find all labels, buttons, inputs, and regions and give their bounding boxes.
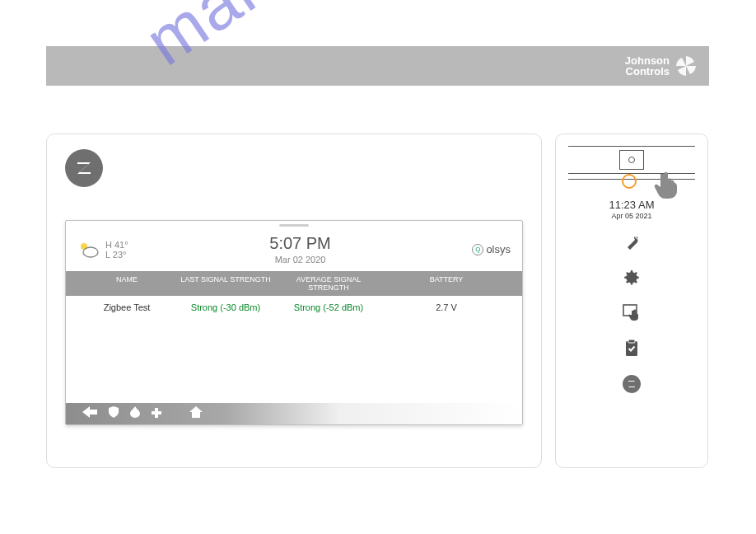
touch-hint bbox=[568, 177, 695, 194]
side-time: 11:23 AM bbox=[609, 199, 655, 211]
camera-icon bbox=[619, 150, 644, 170]
right-panel: 11:23 AM Apr 05 2021 bbox=[555, 134, 708, 468]
table-header: NAME LAST SIGNAL STRENGTH AVERAGE SIGNAL… bbox=[66, 271, 522, 296]
svg-rect-4 bbox=[628, 340, 635, 343]
zigbee-small-icon[interactable] bbox=[623, 375, 641, 393]
brand-line2: Controls bbox=[625, 66, 670, 77]
time-block: 5:07 PM Mar 02 2020 bbox=[269, 234, 330, 265]
zigbee-icon bbox=[65, 149, 103, 187]
wrench-icon[interactable] bbox=[623, 235, 640, 255]
highlight-ring-icon bbox=[622, 174, 637, 189]
home-icon[interactable] bbox=[189, 406, 203, 421]
side-icon-list bbox=[623, 235, 641, 393]
weather-icon bbox=[77, 240, 100, 260]
svg-point-1 bbox=[83, 247, 98, 257]
weather-low: L 23° bbox=[105, 250, 128, 260]
col-average: AVERAGE SIGNAL STRENGTH bbox=[275, 275, 382, 292]
clock-date: Mar 02 2020 bbox=[269, 255, 330, 265]
row-average: Strong (-52 dBm) bbox=[275, 302, 382, 312]
row-name: Zigbee Test bbox=[77, 302, 176, 312]
left-panel: H 41° L 23° 5:07 PM Mar 02 2020 Q olsys … bbox=[46, 134, 542, 468]
clipboard-check-icon[interactable] bbox=[624, 339, 639, 360]
row-battery: 2.7 V bbox=[382, 302, 511, 312]
panel-touch-icon[interactable] bbox=[623, 304, 641, 324]
col-battery: BATTERY bbox=[382, 275, 511, 292]
bottom-nav-bar bbox=[66, 403, 522, 424]
col-last: LAST SIGNAL STRENGTH bbox=[176, 275, 275, 292]
back-arrow-icon[interactable] bbox=[82, 406, 97, 421]
johnson-controls-logo: Johnson Controls bbox=[625, 54, 698, 77]
clock-time: 5:07 PM bbox=[269, 234, 330, 253]
qolsys-brand: Q olsys bbox=[472, 243, 511, 255]
shield-icon[interactable] bbox=[109, 406, 119, 421]
top-banner: Johnson Controls bbox=[46, 46, 709, 86]
q-icon: Q bbox=[472, 244, 483, 255]
device-screen-frame: H 41° L 23° 5:07 PM Mar 02 2020 Q olsys … bbox=[65, 220, 523, 425]
row-last: Strong (-30 dBm) bbox=[176, 302, 275, 312]
side-date: Apr 05 2021 bbox=[611, 212, 651, 220]
sunburst-icon bbox=[674, 54, 698, 77]
drag-notch-icon bbox=[279, 224, 309, 227]
weather-high: H 41° bbox=[105, 240, 128, 250]
screen-header: H 41° L 23° 5:07 PM Mar 02 2020 Q olsys bbox=[66, 229, 522, 271]
col-name: NAME bbox=[77, 275, 176, 292]
hand-pointer-icon bbox=[654, 169, 684, 202]
table-row[interactable]: Zigbee Test Strong (-30 dBm) Strong (-52… bbox=[66, 296, 522, 319]
plus-icon[interactable] bbox=[152, 406, 161, 421]
gear-icon[interactable] bbox=[623, 269, 640, 289]
flame-icon[interactable] bbox=[130, 406, 140, 421]
weather-block: H 41° L 23° bbox=[77, 240, 128, 260]
brand-text: olsys bbox=[486, 243, 511, 255]
